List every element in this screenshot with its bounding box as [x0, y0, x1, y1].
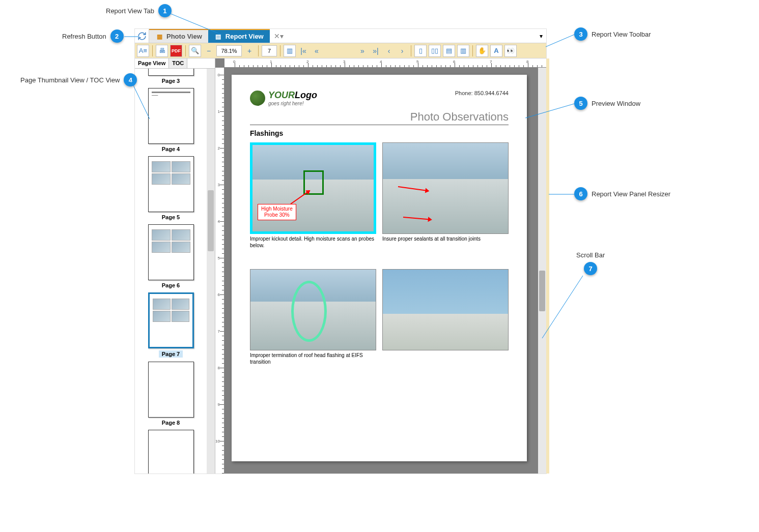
thumbnail-list[interactable]: Page 3 ━━━━━━ Page 4 Page 5 Page 6 — [135, 69, 207, 474]
preview-scrollbar[interactable] — [538, 68, 546, 474]
chevron-down-icon: ▾ — [540, 33, 543, 40]
thumbnail-page-9[interactable]: Page 9 — [137, 430, 205, 474]
tab-label: Report View — [226, 33, 264, 40]
tab-overflow-button[interactable]: ▾ — [536, 29, 546, 43]
back-button[interactable]: ‹ — [383, 45, 395, 56]
logo: YOURLogo goes right here! — [250, 90, 317, 106]
callout-7: Scroll Bar 7 — [576, 251, 605, 275]
next-page-button[interactable]: » — [357, 45, 368, 56]
callout-label: Refresh Button — [62, 33, 106, 40]
document-icon: ▤ — [214, 33, 222, 41]
last-icon: »| — [373, 47, 378, 55]
print-button[interactable]: 🖶 — [156, 45, 168, 57]
pdf-icon: PDF — [172, 48, 181, 53]
thumbnail-page-8[interactable]: Page 8 — [137, 362, 205, 426]
report-page: YOURLogo goes right here! Phone: 850.944… — [232, 75, 527, 461]
thumbnail-page-6[interactable]: Page 6 — [137, 224, 205, 288]
callout-badge: 5 — [574, 97, 587, 110]
layout-2-button[interactable]: ▯▯ — [429, 45, 441, 57]
scrollbar-thumb[interactable] — [539, 271, 545, 311]
annotation-ellipse — [291, 281, 327, 342]
phone-number: Phone: 850.944.6744 — [455, 90, 509, 96]
callout-label: Preview Window — [592, 100, 640, 107]
text-icon: A — [494, 47, 498, 54]
zoom-in-button[interactable]: + — [244, 45, 255, 56]
callout-badge: 7 — [584, 262, 597, 275]
thumbnail-page-3[interactable]: Page 3 — [137, 69, 205, 84]
page-number-input[interactable] — [262, 45, 277, 56]
thumbnail-page-5[interactable]: Page 5 — [137, 156, 205, 220]
moisture-label: High Moisture Probe 30% — [258, 204, 296, 220]
hand-icon: ✋ — [478, 47, 486, 54]
hand-tool-button[interactable]: ✋ — [476, 45, 488, 57]
zoom-in-icon: + — [247, 47, 251, 55]
annotation-arrow — [290, 190, 310, 204]
photo-caption: Improper termination of roof head flashi… — [250, 352, 376, 365]
export-pdf-button[interactable]: PDF — [170, 45, 182, 57]
sidebar-tabs: Page View TOC — [135, 58, 215, 69]
zoom-out-icon: − — [207, 47, 211, 55]
vertical-ruler: 012345678910 — [215, 68, 224, 474]
layout-1-button[interactable]: ▯ — [414, 45, 427, 57]
grid-icon: ▦ — [155, 33, 163, 41]
thumbnail-page-7[interactable]: Page 7 — [137, 292, 205, 358]
callout-badge: 4 — [124, 73, 137, 86]
preview-window[interactable]: YOURLogo goes right here! Phone: 850.944… — [224, 68, 538, 474]
first-page-button[interactable]: |« — [298, 45, 309, 56]
thumbnail-page-4[interactable]: ━━━━━━ Page 4 — [137, 88, 205, 152]
callout-badge: 3 — [574, 27, 587, 41]
callout-4: 4 Page Thumbnail View / TOC View — [20, 73, 137, 86]
tab-report-view[interactable]: ▤ Report View — [208, 29, 270, 43]
sidebar-tab-page-view[interactable]: Page View — [135, 58, 169, 68]
callout-badge: 6 — [574, 187, 587, 200]
sidebar-scrollbar[interactable] — [207, 69, 215, 474]
annotation-arrow — [403, 217, 431, 220]
callout-badge: 2 — [110, 29, 124, 43]
sidebar-tab-toc[interactable]: TOC — [169, 58, 187, 68]
globe-icon — [250, 91, 265, 106]
photo-caption: Insure proper sealants at all transition… — [382, 235, 509, 242]
section-title: Photo Observations — [250, 110, 509, 125]
zoom-level[interactable]: 78.1% — [216, 45, 242, 56]
prev-icon: « — [315, 47, 319, 55]
zoom-out-button[interactable]: − — [203, 45, 214, 56]
close-tab-button[interactable]: ✕▾ — [270, 29, 288, 43]
find-button[interactable]: 👀 — [504, 45, 517, 57]
magnifier-icon: 🔍 — [191, 47, 199, 54]
zoom-tool-button[interactable]: 🔍 — [189, 45, 201, 57]
preview-area: 012345678 012345678910 YOURLogo goes rig… — [215, 58, 546, 474]
print-icon: 🖶 — [159, 47, 165, 54]
callout-label: Page Thumbnail View / TOC View — [20, 76, 120, 84]
layout-4-button[interactable]: ▥ — [457, 45, 469, 57]
callout-1: 1 Report View Tab — [106, 4, 172, 17]
layout-icon: ▥ — [460, 47, 466, 54]
page-width-button[interactable]: ▥ — [284, 45, 296, 57]
text-tool-button[interactable]: A — [490, 45, 502, 57]
forward-button[interactable]: › — [397, 45, 408, 56]
forward-icon: › — [401, 47, 404, 55]
main-content: Page View TOC Page 3 ━━━━━━ Page 4 Page — [135, 58, 546, 474]
report-view-toolbar: A≡ 🖶 PDF 🔍 − 78.1% + ▥ |« « » »| ‹ › ▯ ▯… — [135, 43, 546, 58]
callout-label: Scroll Bar — [576, 251, 605, 259]
layout-icon: ▯ — [419, 47, 423, 54]
export-doc-button[interactable]: A≡ — [137, 45, 149, 57]
callout-3: 3 Report View Toolbar — [574, 27, 651, 41]
next-icon: » — [360, 47, 364, 55]
layout-icon: ▤ — [446, 47, 452, 54]
binoculars-icon: 👀 — [507, 47, 515, 54]
tab-bar: ▦ Photo View ▤ Report View ✕▾ ▾ — [135, 29, 546, 43]
callout-label: Report View Toolbar — [592, 31, 651, 38]
observation-photo-1: High Moisture Probe 30% Improper kickout… — [250, 142, 376, 249]
tab-photo-view[interactable]: ▦ Photo View — [149, 29, 208, 43]
doc-icon: A≡ — [139, 47, 147, 54]
layout-3-button[interactable]: ▤ — [443, 45, 455, 57]
last-page-button[interactable]: »| — [370, 45, 381, 56]
layout-icon: ▯▯ — [431, 47, 438, 54]
refresh-button[interactable] — [135, 29, 149, 43]
scrollbar-thumb[interactable] — [208, 190, 214, 251]
callout-label: Report View Tab — [106, 7, 154, 15]
prev-page-button[interactable]: « — [311, 45, 322, 56]
app-window: ▦ Photo View ▤ Report View ✕▾ ▾ A≡ 🖶 PDF… — [134, 28, 547, 474]
subsection-title: Flashings — [250, 129, 509, 137]
panel-resizer[interactable] — [546, 58, 549, 474]
